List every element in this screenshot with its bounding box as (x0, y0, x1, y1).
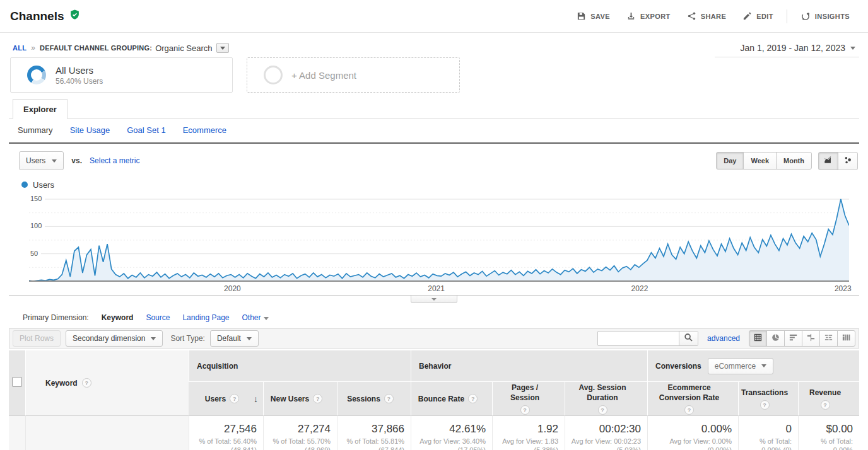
metric-dropdown-value: Users (26, 156, 45, 165)
save-button[interactable]: SAVE (568, 8, 618, 25)
edit-icon (742, 11, 752, 21)
column-header-new-users[interactable]: New Users? (263, 381, 337, 415)
totals-main-value: 0.00% (650, 422, 732, 437)
help-icon[interactable]: ? (598, 405, 607, 415)
search-input[interactable] (598, 333, 679, 344)
secondary-dimension-label: Secondary dimension (73, 334, 145, 343)
channel-grouping-dropdown-button[interactable] (216, 43, 229, 53)
chart-canvas (29, 192, 849, 284)
share-icon (687, 11, 696, 21)
totals-sub-value: % of Total: (741, 437, 792, 446)
add-segment-button[interactable]: + Add Segment (247, 57, 460, 93)
help-icon[interactable]: ? (82, 378, 91, 388)
help-icon[interactable]: ? (520, 405, 530, 415)
segment-title: All Users (56, 65, 103, 76)
motion-chart-view-button[interactable] (838, 152, 858, 170)
table-search (597, 331, 698, 346)
search-button[interactable] (679, 332, 698, 345)
chevron-down-icon (761, 364, 766, 367)
help-icon[interactable]: ? (684, 405, 694, 415)
subtab-site-usage[interactable]: Site Usage (70, 125, 110, 135)
totals-sub-value: Avg for View: 0.00% (650, 437, 732, 446)
totals-main-value: 27,274 (266, 422, 331, 437)
totals-sub-value-2: (48,841) (192, 446, 257, 450)
data-view-button[interactable] (749, 330, 767, 347)
export-label: EXPORT (640, 13, 671, 20)
performance-view-button[interactable] (784, 330, 802, 347)
timeline-expander-button[interactable] (411, 295, 457, 303)
subtab-goal-set-1[interactable]: Goal Set 1 (127, 125, 165, 135)
primary-dimension-keyword[interactable]: Keyword (102, 313, 134, 322)
share-button[interactable]: SHARE (679, 8, 735, 25)
sort-descending-icon[interactable]: ↓ (254, 394, 258, 404)
insights-icon (801, 11, 811, 21)
totals-main-value: $0.00 (801, 422, 853, 437)
conversions-type-dropdown[interactable]: eCommerce (708, 358, 773, 374)
date-range-selector[interactable]: Jan 1, 2019 - Jan 12, 2023 (715, 42, 859, 57)
help-icon[interactable]: ? (468, 394, 478, 403)
breadcrumb-separator: » (31, 43, 35, 52)
plot-rows-button[interactable]: Plot Rows (13, 330, 61, 347)
line-chart-view-button[interactable] (818, 152, 838, 170)
chart-type-toggle (818, 152, 858, 170)
timeline-slider (9, 295, 859, 304)
tab-explorer[interactable]: Explorer (13, 99, 67, 119)
granularity-month-button[interactable]: Month (776, 152, 812, 170)
totals-cell-bounce-rate: 42.61%Avg for View: 36.40%(17.05%) (411, 415, 492, 450)
edit-button[interactable]: EDIT (734, 8, 782, 25)
comparison-view-button[interactable] (802, 330, 820, 347)
help-icon[interactable]: ? (760, 400, 770, 410)
column-header-transactions[interactable]: Transactions? (738, 381, 798, 415)
header-actions: SAVEEXPORTSHAREEDITINSIGHTS (568, 8, 858, 25)
totals-cell-avg-session-duration: 00:02:30Avg for View: 00:02:23(5.03%) (565, 415, 647, 450)
totals-sub-value-2: (5.03%) (568, 446, 641, 450)
insights-button[interactable]: INSIGHTS (792, 8, 858, 25)
column-label: Bounce Rate (418, 394, 464, 404)
help-icon[interactable]: ? (384, 394, 394, 403)
row-keyword-cell (25, 415, 189, 450)
totals-sub-value: Avg for View: 1.83 (495, 437, 558, 446)
advanced-search-link[interactable]: advanced (707, 334, 740, 343)
column-header-bounce-rate[interactable]: Bounce Rate? (411, 381, 492, 415)
column-header-pages-session[interactable]: Pages / Session? (492, 381, 565, 415)
primary-dimension-other[interactable]: Other (242, 313, 269, 322)
date-range-value: Jan 1, 2019 - Jan 12, 2023 (740, 43, 845, 53)
help-icon[interactable]: ? (313, 394, 322, 403)
secondary-dimension-dropdown[interactable]: Secondary dimension (66, 330, 163, 347)
percentage-view-button[interactable] (766, 330, 785, 347)
totals-main-value: 1.92 (495, 422, 558, 437)
pivot-view-button[interactable] (837, 330, 855, 347)
sort-type-dropdown[interactable]: Default (210, 330, 259, 347)
granularity-day-button[interactable]: Day (716, 152, 744, 170)
chevron-down-icon (264, 317, 269, 320)
granularity-week-button[interactable]: Week (743, 152, 777, 170)
column-header-avg-session-duration[interactable]: Avg. Session Duration? (565, 381, 647, 415)
totals-sub-value: Avg for View: 36.40% (414, 437, 486, 446)
help-icon[interactable]: ? (230, 394, 239, 403)
select-metric-link[interactable]: Select a metric (90, 156, 139, 165)
term-cloud-view-button[interactable] (819, 330, 838, 347)
legend-label: Users (33, 180, 54, 190)
subtab-summary[interactable]: Summary (18, 125, 53, 135)
line-chart-view-icon (823, 156, 833, 166)
totals-cell-ecommerce-conversion-rate: 0.00%Avg for View: 0.00%(0.00%) (647, 415, 738, 450)
segment-card-all-users[interactable]: All Users 56.40% Users (10, 57, 233, 93)
export-button[interactable]: EXPORT (618, 8, 679, 25)
select-all-checkbox[interactable] (12, 377, 22, 387)
group-header-behavior: Behavior (411, 350, 647, 381)
metric-dropdown-button[interactable]: Users (19, 151, 64, 170)
column-header-revenue[interactable]: Revenue? (798, 381, 859, 415)
column-header-sessions[interactable]: Sessions? (337, 381, 411, 415)
table-view-toggle (749, 330, 855, 347)
add-segment-label: + Add Segment (291, 70, 356, 81)
primary-dimension-source[interactable]: Source (146, 313, 170, 322)
y-axis-tick-label: 150 (29, 195, 45, 202)
column-label: Revenue (809, 388, 841, 398)
column-header-users[interactable]: Users?↓ (189, 381, 263, 415)
column-header-ecommerce-conversion-rate[interactable]: Ecommerce Conversion Rate? (647, 381, 738, 415)
breadcrumb-all-link[interactable]: ALL (13, 44, 26, 52)
subtab-ecommerce[interactable]: Ecommerce (183, 125, 226, 135)
help-icon[interactable]: ? (821, 400, 830, 410)
primary-dimension-landing-page[interactable]: Landing Page (182, 313, 229, 322)
column-label: Sessions (347, 394, 380, 404)
